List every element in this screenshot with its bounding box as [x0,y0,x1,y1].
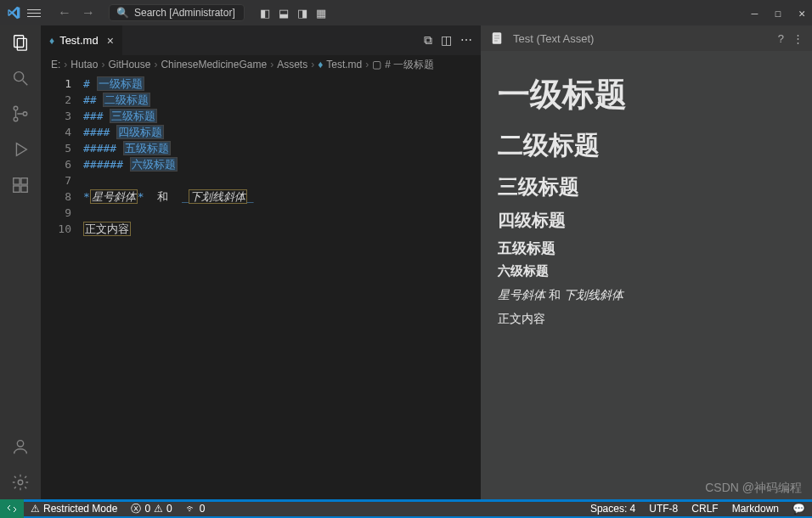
menu-icon[interactable] [27,6,41,20]
minimize-icon[interactable]: — [752,7,758,20]
crumb[interactable]: Assets [277,59,307,70]
nav-forward-icon[interactable]: → [82,5,95,20]
svg-point-12 [17,441,23,447]
layout-right-icon[interactable]: ◨ [297,7,307,20]
crumb[interactable]: ChineseMedicineGame [161,59,267,70]
search-icon: 🔍 [116,7,129,19]
breadcrumbs[interactable]: E:› Hutao› GitHouse› ChineseMedicineGame… [41,55,481,74]
window-controls: — ☐ ✕ [752,7,805,20]
preview-title: Test (Text Asset) [513,32,594,45]
maximize-icon[interactable]: ☐ [775,7,781,20]
indentation[interactable]: Spaces: 4 [584,502,642,516]
search-label: Search [Administrator] [134,7,235,19]
preview-h4: 四级标题 [498,209,795,232]
search-box[interactable]: 🔍 Search [Administrator] [109,4,245,21]
svg-point-6 [23,112,27,116]
svg-point-13 [18,480,23,485]
source-control-icon[interactable] [10,104,31,124]
editor[interactable]: 1 2 3 4 5 6 7 8 9 10 # 一级标题 ## 二级标题 ### … [41,74,481,499]
statusbar: ⚠ Restricted Mode ⓧ 0 ⚠ 0 ᯤ 0 Spaces: 4 … [0,499,812,518]
preview-h1: 一级标题 [498,73,795,116]
vscode-logo-icon [7,6,20,20]
code-area[interactable]: # 一级标题 ## 二级标题 ### 三级标题 #### 四级标题 ##### … [83,74,481,499]
crumb[interactable]: Hutao [70,59,98,70]
svg-point-2 [14,72,24,82]
svg-rect-0 [14,36,24,48]
tab-close-icon[interactable]: × [107,34,114,48]
preview-header: Test (Text Asset) ? ⋮ [481,25,812,51]
search-activity-icon[interactable] [10,68,31,88]
restricted-mode[interactable]: ⚠ Restricted Mode [24,502,124,516]
editor-pane: ♦ Test.md × ⧉ ◫ ⋯ E:› Hutao› GitHouse› C… [41,25,481,499]
close-icon[interactable]: ✕ [798,7,805,20]
svg-rect-10 [21,186,27,192]
problems[interactable]: ⓧ 0 ⚠ 0 [124,502,178,516]
preview-italic-line: 星号斜体 和 下划线斜体 [498,288,795,303]
document-icon [489,31,505,46]
help-icon[interactable]: ? [778,32,784,45]
extensions-icon[interactable] [10,175,31,195]
split-editor-icon[interactable]: ◫ [441,33,452,48]
layout-bottom-icon[interactable]: ⬓ [279,7,289,20]
crumb[interactable]: E: [51,59,60,70]
preview-body: 一级标题 二级标题 三级标题 四级标题 五级标题 六级标题 星号斜体 和 下划线… [481,51,812,499]
svg-rect-9 [14,186,20,192]
svg-point-4 [14,106,18,110]
nav-arrows: ← → [58,5,95,20]
svg-marker-7 [16,144,26,156]
account-icon[interactable] [10,436,31,457]
preview-h2: 二级标题 [498,128,795,163]
svg-rect-1 [17,38,26,50]
markdown-file-icon: ♦ [49,35,54,47]
layout-left-icon[interactable]: ◧ [260,7,270,20]
eol[interactable]: CRLF [685,502,725,516]
language[interactable]: Markdown [725,502,786,516]
layout-controls: ◧ ⬓ ◨ ▦ [260,7,326,20]
preview-body-text: 正文内容 [498,312,795,327]
explorer-icon[interactable] [10,32,31,53]
debug-icon[interactable] [10,139,31,160]
preview-pane: Test (Text Asset) ? ⋮ 一级标题 二级标题 三级标题 四级标… [481,25,812,499]
preview-side-icon[interactable]: ⧉ [424,33,432,48]
nav-back-icon[interactable]: ← [58,5,71,20]
crumb[interactable]: GitHouse [108,59,150,70]
tabs-row: ♦ Test.md × ⧉ ◫ ⋯ [41,25,481,55]
ports[interactable]: ᯤ 0 [179,502,212,516]
preview-h5: 五级标题 [498,239,795,258]
crumb[interactable]: Test.md [326,59,362,70]
layout-grid-icon[interactable]: ▦ [316,7,326,20]
main-area: ♦ Test.md × ⧉ ◫ ⋯ E:› Hutao› GitHouse› C… [0,25,812,499]
line-gutter: 1 2 3 4 5 6 7 8 9 10 [41,74,83,499]
feedback-icon[interactable]: 💬 [786,502,812,516]
tab-label: Test.md [59,34,99,47]
more-icon[interactable]: ⋮ [792,32,804,45]
crumb[interactable]: # 一级标题 [385,58,434,72]
settings-icon[interactable] [10,472,31,493]
preview-h3: 三级标题 [498,173,795,200]
remote-indicator[interactable] [0,499,24,518]
tab-actions: ⧉ ◫ ⋯ [424,33,481,48]
svg-line-3 [23,81,28,86]
svg-rect-11 [21,178,27,184]
activity-bar [0,25,41,499]
titlebar: ← → 🔍 Search [Administrator] ◧ ⬓ ◨ ▦ — ☐… [0,0,812,25]
tab-test-md[interactable]: ♦ Test.md × [41,25,123,55]
more-actions-icon[interactable]: ⋯ [460,33,472,48]
preview-h6: 六级标题 [498,263,795,279]
encoding[interactable]: UTF-8 [642,502,685,516]
svg-point-5 [14,117,18,121]
svg-rect-8 [14,178,20,184]
